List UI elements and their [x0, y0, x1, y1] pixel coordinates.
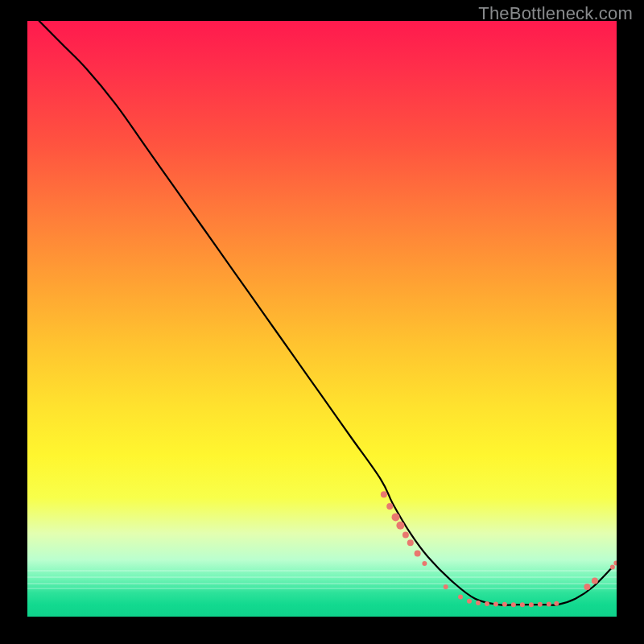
data-point: [392, 513, 400, 521]
data-point: [538, 602, 543, 607]
data-point: [554, 601, 559, 606]
data-point: [511, 602, 516, 607]
data-point: [529, 602, 534, 607]
data-point: [592, 578, 598, 584]
data-points: [381, 491, 617, 607]
chart-svg: [27, 21, 617, 617]
data-point: [613, 560, 617, 565]
data-point: [458, 595, 463, 600]
data-point: [381, 491, 387, 497]
series-curve: [39, 21, 611, 605]
data-point: [386, 503, 393, 510]
data-point: [485, 601, 489, 606]
data-point: [493, 602, 498, 607]
data-point: [415, 551, 421, 557]
data-point: [502, 602, 507, 607]
data-point: [476, 601, 481, 605]
data-point: [444, 584, 448, 589]
data-point: [402, 532, 409, 539]
data-point: [467, 599, 472, 604]
data-point: [422, 561, 427, 566]
data-point: [610, 565, 615, 570]
data-point: [396, 522, 404, 530]
data-point: [520, 602, 525, 607]
data-point: [407, 539, 414, 546]
plot-area: [27, 21, 617, 617]
data-point: [584, 584, 590, 590]
chart-frame: TheBottleneck.com: [0, 0, 644, 644]
data-point: [547, 602, 551, 607]
